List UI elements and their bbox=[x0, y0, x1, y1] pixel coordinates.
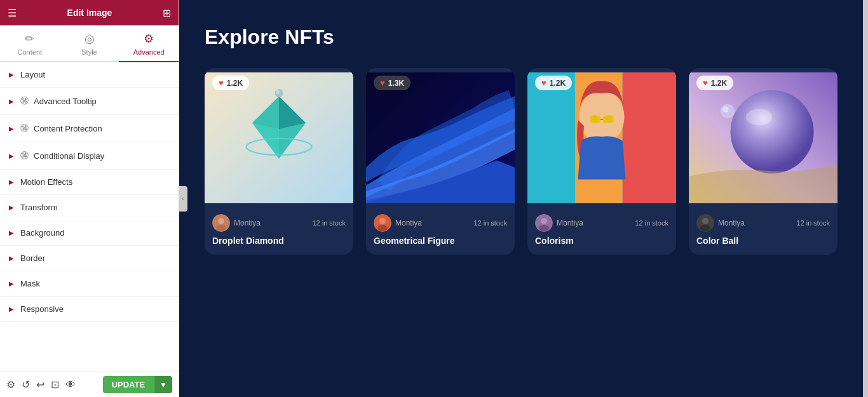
arrow-icon: ▶ bbox=[9, 152, 14, 159]
svg-rect-17 bbox=[623, 72, 676, 203]
sidebar-item-border[interactable]: ▶ Border bbox=[0, 246, 179, 271]
sidebar: ☰ Edit Image ⊞ ✏ Content ◎ Style ⚙ Advan… bbox=[0, 0, 179, 397]
update-button-group: UPDATE ▼ bbox=[103, 376, 172, 393]
tab-advanced[interactable]: ⚙ Advanced bbox=[119, 25, 179, 62]
sidebar-item-label: Conditional Display bbox=[34, 151, 104, 161]
svg-point-25 bbox=[541, 218, 547, 224]
plugin-icon: ⑭ bbox=[20, 150, 29, 161]
nft-card-meta-3: Montiya 12 in stock bbox=[535, 214, 668, 232]
sidebar-item-label: Content Protection bbox=[34, 124, 102, 133]
sidebar-bottom-bar: ⚙ ↺ ↩ ⊡ 👁 UPDATE ▼ bbox=[0, 372, 179, 397]
main-inner: Explore NFTs bbox=[179, 0, 863, 274]
svg-point-18 bbox=[579, 90, 624, 144]
tab-content-label: Content bbox=[18, 48, 43, 56]
nft-card-info-2: Montiya 12 in stock Geometrical Figure bbox=[366, 208, 515, 255]
sidebar-item-responsive[interactable]: ▶ Responsive bbox=[0, 297, 179, 322]
style-tab-icon: ◎ bbox=[85, 32, 95, 46]
update-dropdown-button[interactable]: ▼ bbox=[154, 376, 172, 393]
sidebar-item-advanced-tooltip[interactable]: ▶ ⑭ Advanced Tooltip bbox=[0, 88, 179, 115]
save-icon[interactable]: ⊡ bbox=[51, 379, 59, 391]
svg-point-33 bbox=[702, 218, 709, 224]
content-tab-icon: ✏ bbox=[25, 32, 34, 46]
sidebar-item-conditional-display[interactable]: ▶ ⑭ Conditional Display bbox=[0, 142, 179, 170]
svg-rect-22 bbox=[603, 116, 614, 123]
arrow-icon: ▶ bbox=[9, 280, 14, 287]
preview-icon[interactable]: 👁 bbox=[65, 379, 76, 391]
svg-point-8 bbox=[218, 218, 224, 224]
sidebar-header: ☰ Edit Image ⊞ bbox=[0, 0, 179, 25]
arrow-icon: ▶ bbox=[9, 125, 14, 132]
nft-card-info-3: Montiya 12 in stock Colorism bbox=[527, 208, 676, 255]
nft-card-image-2: ♥ 1.3K bbox=[366, 68, 515, 208]
sidebar-item-label: Advanced Tooltip bbox=[34, 97, 97, 106]
nft-card-image-3: ♥ 1.2K bbox=[527, 68, 676, 208]
sidebar-item-content-protection[interactable]: ▶ ⑭ Content Protection bbox=[0, 115, 179, 142]
author-name-1: Montiya bbox=[234, 219, 261, 227]
author-avatar-4 bbox=[696, 214, 714, 232]
nft-title-4: Color Ball bbox=[696, 236, 830, 246]
sidebar-item-label: Responsive bbox=[20, 304, 64, 314]
menu-icon[interactable]: ☰ bbox=[8, 7, 17, 19]
svg-rect-21 bbox=[590, 116, 600, 123]
nft-card-info-1: Montiya 12 in stock Droplet Diamond bbox=[205, 208, 353, 255]
svg-point-12 bbox=[379, 218, 386, 224]
sidebar-item-layout[interactable]: ▶ Layout bbox=[0, 62, 179, 88]
like-count-4: 1.2K bbox=[711, 79, 727, 88]
nft-title-1: Droplet Diamond bbox=[212, 236, 346, 246]
tab-style[interactable]: ◎ Style bbox=[60, 25, 119, 62]
plugin-icon: ⑭ bbox=[20, 123, 29, 134]
sidebar-item-label: Transform bbox=[20, 203, 58, 212]
scrollbar[interactable] bbox=[863, 0, 868, 397]
nft-card-image-4: ♥ 1.2K bbox=[689, 68, 837, 208]
heart-icon-2: ♥ bbox=[380, 78, 385, 88]
history-icon[interactable]: ↺ bbox=[22, 379, 30, 391]
author-name-2: Montiya bbox=[395, 219, 422, 227]
svg-point-29 bbox=[746, 109, 772, 125]
nft-card-info-4: Montiya 12 in stock Color Ball bbox=[689, 208, 837, 255]
settings-icon[interactable]: ⚙ bbox=[6, 379, 15, 391]
author-name-3: Montiya bbox=[557, 219, 583, 227]
nft-card-4[interactable]: ♥ 1.2K bbox=[689, 68, 837, 255]
svg-point-6 bbox=[276, 90, 280, 94]
nft-card-meta-1: Montiya 12 in stock bbox=[212, 214, 346, 232]
main-content: Explore NFTs bbox=[179, 0, 863, 397]
arrow-icon: ▶ bbox=[9, 178, 14, 185]
tab-content[interactable]: ✏ Content bbox=[0, 25, 60, 62]
author-avatar-2 bbox=[374, 214, 391, 232]
undo-icon[interactable]: ↩ bbox=[36, 379, 44, 391]
nft-card-meta-2: Montiya 12 in stock bbox=[374, 214, 507, 232]
like-count-3: 1.2K bbox=[550, 79, 566, 88]
svg-point-28 bbox=[731, 90, 814, 173]
nft-author-4: Montiya bbox=[696, 214, 745, 232]
collapse-handle[interactable]: ‹ bbox=[179, 186, 187, 212]
tab-style-label: Style bbox=[81, 48, 97, 56]
nft-card-3[interactable]: ♥ 1.2K bbox=[527, 68, 676, 255]
stock-label-3: 12 in stock bbox=[635, 219, 668, 227]
svg-point-31 bbox=[722, 106, 728, 112]
like-count-2: 1.3K bbox=[388, 79, 404, 88]
nft-title-3: Colorism bbox=[535, 236, 668, 246]
author-avatar-3 bbox=[535, 214, 553, 232]
heart-icon-3: ♥ bbox=[541, 78, 546, 88]
arrow-icon: ▶ bbox=[9, 255, 14, 262]
svg-point-13 bbox=[377, 225, 388, 231]
arrow-icon: ▶ bbox=[9, 71, 14, 78]
stock-label-1: 12 in stock bbox=[312, 219, 346, 227]
sidebar-item-transform[interactable]: ▶ Transform bbox=[0, 195, 179, 220]
nft-author-2: Montiya bbox=[374, 214, 422, 232]
like-count-1: 1.2K bbox=[227, 79, 243, 88]
sidebar-item-label: Layout bbox=[20, 70, 45, 79]
sidebar-item-motion-effects[interactable]: ▶ Motion Effects bbox=[0, 170, 179, 195]
sidebar-item-mask[interactable]: ▶ Mask bbox=[0, 271, 179, 297]
like-badge-1: ♥ 1.2K bbox=[212, 76, 249, 90]
nft-card-meta-4: Montiya 12 in stock bbox=[696, 214, 830, 232]
sidebar-item-background[interactable]: ▶ Background bbox=[0, 220, 179, 246]
nft-card-1[interactable]: ♥ 1.2K bbox=[205, 68, 353, 255]
advanced-tab-icon: ⚙ bbox=[144, 32, 154, 46]
grid-icon[interactable]: ⊞ bbox=[163, 7, 171, 19]
update-button[interactable]: UPDATE bbox=[103, 376, 154, 393]
nft-card-2[interactable]: ♥ 1.3K bbox=[366, 68, 515, 255]
svg-point-34 bbox=[700, 225, 710, 231]
plugin-icon: ⑭ bbox=[20, 95, 29, 107]
heart-icon-1: ♥ bbox=[219, 78, 224, 88]
